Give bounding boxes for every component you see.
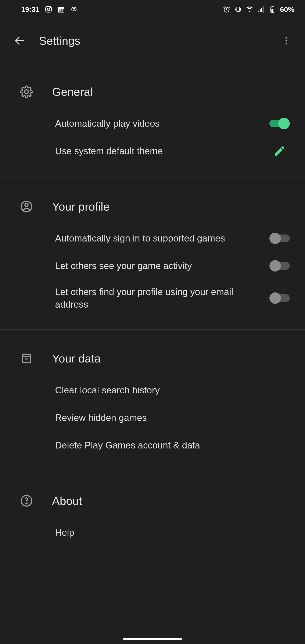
section-about: About Help <box>0 472 305 559</box>
app-bar: Settings <box>0 19 305 63</box>
svg-rect-6 <box>237 7 239 12</box>
overflow-menu-button[interactable] <box>276 30 296 51</box>
pencil-icon[interactable] <box>273 145 286 158</box>
status-bar: 19:31 60% <box>0 0 305 19</box>
row-trailing <box>267 145 292 158</box>
svg-rect-4 <box>58 7 64 9</box>
row-label: Let others find your profile using your … <box>55 286 267 311</box>
calendar-icon <box>58 6 65 13</box>
settings-scroll[interactable]: General Automatically play videos Use sy… <box>0 63 305 644</box>
row-clear-search-history[interactable]: Clear local search history <box>0 376 305 404</box>
page-title: Settings <box>39 34 276 47</box>
status-left: 19:31 <box>21 5 78 14</box>
signal-icon <box>257 6 265 13</box>
svg-point-16 <box>286 43 287 44</box>
gear-icon <box>17 82 36 101</box>
archive-icon <box>17 349 36 368</box>
row-label: Let others see your game activity <box>55 260 267 272</box>
toggle-activity-visible[interactable] <box>270 260 290 272</box>
row-label: Review hidden games <box>55 412 292 424</box>
section-title: Your data <box>52 352 100 365</box>
help-icon <box>17 491 36 510</box>
row-help[interactable]: Help <box>0 519 305 546</box>
toggle-auto-play-videos[interactable] <box>270 118 290 129</box>
svg-point-21 <box>26 503 27 504</box>
row-theme[interactable]: Use system default theme <box>0 137 305 165</box>
svg-rect-7 <box>258 10 259 12</box>
row-trailing <box>267 260 292 272</box>
row-label: Help <box>55 526 292 539</box>
person-icon <box>17 197 36 216</box>
section-your-data: Your data Clear local search history Rev… <box>0 330 305 472</box>
section-header-general: General <box>0 63 305 110</box>
row-activity-visible[interactable]: Let others see your game activity <box>0 252 305 280</box>
row-review-hidden-games[interactable]: Review hidden games <box>0 404 305 432</box>
status-right: 60% <box>223 5 294 14</box>
svg-rect-8 <box>260 9 261 12</box>
row-trailing <box>267 118 292 129</box>
alarm-icon <box>223 6 230 13</box>
section-general: General Automatically play videos Use sy… <box>0 63 305 178</box>
status-battery-pct: 60% <box>280 5 294 14</box>
svg-point-15 <box>286 40 287 42</box>
svg-rect-13 <box>271 9 273 12</box>
row-trailing <box>267 292 292 304</box>
toggle-find-by-email[interactable] <box>270 292 290 304</box>
row-trailing <box>267 232 292 244</box>
section-title: General <box>52 85 93 98</box>
broadcast-icon <box>70 6 78 13</box>
battery-icon <box>268 6 276 13</box>
row-auto-sign-in[interactable]: Automatically sign in to supported games <box>0 224 305 252</box>
svg-point-1 <box>47 8 50 10</box>
row-auto-play-videos[interactable]: Automatically play videos <box>0 110 305 137</box>
vibrate-icon <box>234 6 242 13</box>
section-header-profile: Your profile <box>0 178 305 224</box>
section-header-data: Your data <box>0 330 305 376</box>
row-label: Clear local search history <box>55 384 292 396</box>
svg-point-2 <box>50 7 50 8</box>
row-label: Delete Play Games account & data <box>55 439 292 452</box>
svg-point-18 <box>25 203 28 206</box>
section-title: Your profile <box>52 200 110 213</box>
wifi-icon <box>246 6 253 13</box>
svg-point-14 <box>286 37 287 38</box>
row-delete-account-data[interactable]: Delete Play Games account & data <box>0 432 305 459</box>
row-label: Use system default theme <box>55 145 267 157</box>
section-header-about: About <box>0 472 305 519</box>
row-label: Automatically sign in to supported games <box>55 232 267 244</box>
row-find-by-email[interactable]: Let others find your profile using your … <box>0 280 305 317</box>
section-your-profile: Your profile Automatically sign in to su… <box>0 178 305 330</box>
instagram-icon <box>45 6 52 13</box>
status-time: 19:31 <box>21 5 40 14</box>
row-label: Automatically play videos <box>55 117 267 130</box>
back-button[interactable] <box>9 30 30 51</box>
toggle-auto-sign-in[interactable] <box>270 232 290 244</box>
gesture-bar <box>123 638 182 640</box>
svg-rect-10 <box>263 7 264 12</box>
svg-rect-9 <box>261 8 262 12</box>
section-title: About <box>52 494 82 507</box>
svg-rect-12 <box>272 6 273 7</box>
